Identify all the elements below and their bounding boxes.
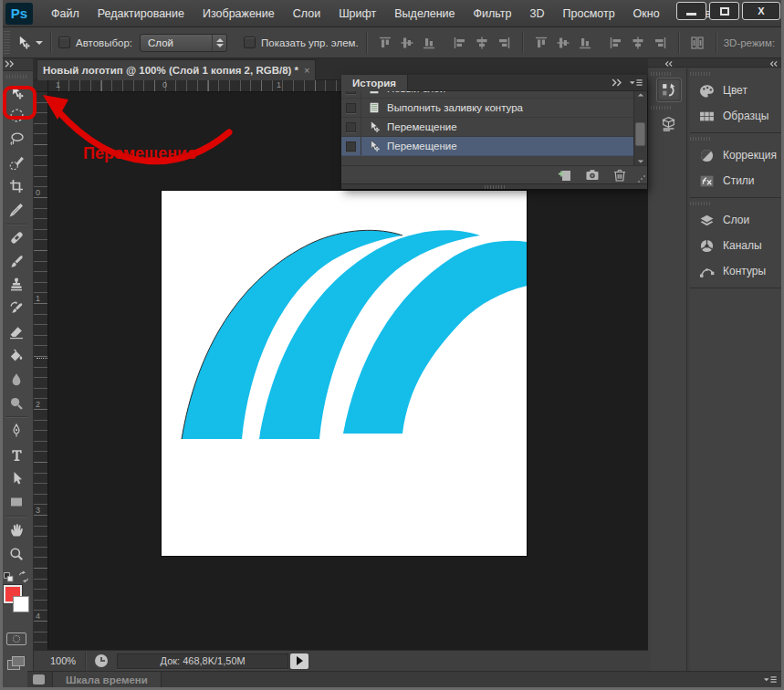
- tool-eyedropper[interactable]: [3, 198, 30, 222]
- zoom-level-field[interactable]: 100%: [34, 651, 86, 671]
- options-bar-grip[interactable]: [4, 31, 10, 55]
- minimize-button[interactable]: [676, 2, 706, 20]
- background-color-chip[interactable]: [13, 596, 29, 612]
- panel-button-swatches[interactable]: Образцы: [690, 103, 784, 129]
- history-item[interactable]: Выполнить заливку контура: [341, 99, 647, 118]
- auto-align-layers-icon[interactable]: [690, 36, 705, 50]
- scroll-up-icon[interactable]: [638, 93, 643, 96]
- collapse-panel-icon[interactable]: [611, 78, 623, 88]
- dock-group-grip[interactable]: [651, 72, 671, 76]
- menu-item-3d[interactable]: 3D: [521, 7, 554, 20]
- timeline-grip-icon[interactable]: [33, 674, 45, 685]
- timeline-tab[interactable]: Шкала времени: [52, 672, 162, 687]
- panel-menu-icon[interactable]: [629, 78, 643, 88]
- show-transform-controls-checkbox[interactable]: [244, 37, 256, 48]
- tool-brush[interactable]: [3, 250, 30, 274]
- panel-button-adjustments[interactable]: Коррекция: [690, 142, 784, 168]
- menu-item-edit[interactable]: Редактирование: [89, 7, 193, 20]
- menu-item-layers[interactable]: Слои: [284, 7, 329, 20]
- autoselect-target-select[interactable]: Слой: [140, 34, 227, 52]
- tool-blur[interactable]: [3, 368, 30, 392]
- panel-resize-grip[interactable]: [637, 174, 645, 183]
- swap-colors-icon[interactable]: [17, 570, 30, 583]
- scroll-down-icon[interactable]: [638, 160, 643, 162]
- tool-spot-healing-brush[interactable]: [3, 226, 30, 250]
- document-size-field[interactable]: Док: 468,8K/1,50M: [117, 653, 288, 669]
- distribute-right-edges-icon[interactable]: [653, 36, 667, 50]
- align-left-edges-icon[interactable]: [453, 36, 467, 50]
- history-item-selected[interactable]: Перемещение: [341, 137, 647, 156]
- tool-pen[interactable]: [3, 419, 30, 443]
- dock-group-grip[interactable]: [690, 137, 710, 141]
- quick-mask-button[interactable]: [6, 632, 26, 645]
- tool-hand[interactable]: [3, 518, 30, 542]
- timeline-menu-icon[interactable]: [763, 674, 778, 685]
- collapse-dock-icon[interactable]: [768, 60, 779, 68]
- close-button[interactable]: X: [742, 2, 780, 20]
- menu-item-filter[interactable]: Фильтр: [465, 7, 521, 20]
- move-tool-preset-icon[interactable]: [16, 35, 31, 50]
- collapse-dock-icon[interactable]: [663, 60, 674, 68]
- tool-crop[interactable]: [3, 174, 30, 198]
- tool-path-selection[interactable]: [3, 466, 30, 490]
- dock-group-grip[interactable]: [690, 72, 710, 76]
- maximize-button[interactable]: [709, 2, 739, 20]
- tab-close-icon[interactable]: ×: [304, 65, 309, 76]
- panel-button-styles[interactable]: Стили: [690, 168, 784, 193]
- menu-item-file[interactable]: Файл: [42, 7, 89, 20]
- menu-item-view[interactable]: Просмотр: [554, 7, 624, 20]
- menu-item-type[interactable]: Шрифт: [329, 7, 385, 20]
- history-source-well[interactable]: [341, 99, 361, 117]
- history-panel-tab[interactable]: История: [341, 75, 408, 91]
- panel-button-paths[interactable]: Контуры: [690, 258, 784, 284]
- tool-paint-bucket[interactable]: [3, 344, 30, 368]
- tool-zoom[interactable]: [3, 542, 30, 566]
- panel-button-channels[interactable]: Каналы: [690, 233, 784, 258]
- distribute-horizontal-centers-icon[interactable]: [631, 36, 645, 50]
- tool-quick-selection[interactable]: [3, 151, 30, 174]
- history-source-well[interactable]: [341, 137, 361, 155]
- history-item[interactable]: Перемещение: [341, 118, 647, 137]
- tools-panel-header[interactable]: [0, 58, 33, 71]
- tool-rectangle[interactable]: [3, 490, 30, 514]
- status-clock-icon[interactable]: [95, 654, 108, 667]
- align-horizontal-centers-icon[interactable]: [475, 36, 489, 50]
- history-panel-button[interactable]: [656, 78, 682, 102]
- screen-mode-button[interactable]: [7, 656, 26, 671]
- dock-group-grip[interactable]: [651, 106, 671, 110]
- align-vertical-centers-icon[interactable]: [400, 36, 414, 50]
- new-document-from-state-icon[interactable]: [558, 168, 572, 183]
- tool-lasso[interactable]: [3, 128, 30, 152]
- history-item-clipped[interactable]: Новый слой: [341, 91, 647, 99]
- default-colors-icon[interactable]: [3, 571, 15, 583]
- new-snapshot-icon[interactable]: [585, 168, 600, 183]
- status-options-button[interactable]: [290, 653, 308, 669]
- delete-state-icon[interactable]: [612, 168, 627, 183]
- distribute-top-edges-icon[interactable]: [534, 36, 549, 50]
- menu-item-window[interactable]: Окно: [624, 7, 669, 20]
- menu-item-image[interactable]: Изображение: [193, 7, 284, 20]
- menu-item-select[interactable]: Выделение: [385, 7, 464, 20]
- tool-history-brush[interactable]: [3, 297, 30, 320]
- history-scrollbar-thumb[interactable]: [635, 122, 645, 146]
- distribute-bottom-edges-icon[interactable]: [578, 36, 592, 50]
- tool-type[interactable]: [3, 443, 30, 466]
- distribute-left-edges-icon[interactable]: [609, 36, 623, 50]
- tool-clone-stamp[interactable]: [3, 274, 30, 298]
- tool-preset-dropdown-icon[interactable]: [36, 41, 43, 45]
- distribute-vertical-centers-icon[interactable]: [556, 36, 570, 50]
- canvas[interactable]: [162, 191, 527, 556]
- panel-button-color[interactable]: Цвет: [690, 78, 784, 103]
- tool-dodge[interactable]: [3, 392, 30, 415]
- history-source-well[interactable]: [341, 91, 361, 98]
- align-right-edges-icon[interactable]: [497, 36, 511, 50]
- panel-button-layers[interactable]: Слои: [690, 207, 784, 233]
- dock-group-grip[interactable]: [690, 202, 710, 205]
- 3d-materials-panel-button[interactable]: [656, 111, 682, 136]
- document-tab[interactable]: Новый логотип @ 100% (Слой 1 копия 2, RG…: [37, 59, 316, 80]
- autoselect-checkbox[interactable]: [58, 37, 70, 48]
- align-bottom-edges-icon[interactable]: [422, 36, 436, 50]
- align-top-edges-icon[interactable]: [378, 36, 392, 50]
- panel-drag-handle[interactable]: [341, 183, 647, 189]
- tool-eraser[interactable]: [3, 320, 30, 344]
